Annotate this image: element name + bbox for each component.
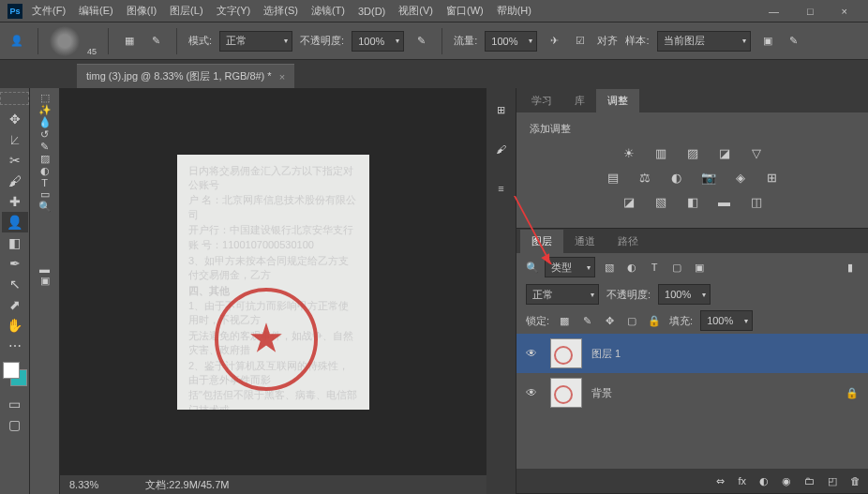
history-brush-tool[interactable]: ↺ — [40, 128, 49, 141]
marquee-tool[interactable]: ⬚ — [40, 92, 50, 104]
fill-dropdown[interactable]: 100% — [700, 310, 753, 331]
zoom-tool[interactable]: 🔍 — [38, 201, 52, 213]
menu-type[interactable]: 文字(Y) — [217, 4, 251, 18]
visibility-icon[interactable]: 👁 — [526, 386, 541, 399]
menu-filter[interactable]: 滤镜(T) — [311, 4, 345, 18]
opacity-dropdown[interactable]: 100% — [352, 31, 404, 52]
brush-preview[interactable] — [50, 26, 80, 56]
pen-tool[interactable]: ✒ — [2, 253, 28, 274]
tab-paths[interactable]: 路径 — [606, 230, 650, 253]
document-tab[interactable]: timg (3).jpg @ 8.33% (图层 1, RGB/8#) * × — [77, 64, 294, 88]
adj-vibrance-icon[interactable]: ▽ — [748, 145, 765, 160]
gradient-tool[interactable]: ▨ — [40, 153, 50, 165]
dock-icon-2[interactable]: 🖌 — [491, 139, 512, 159]
menu-help[interactable]: 帮助(H) — [497, 4, 531, 18]
adj-levels-icon[interactable]: ▥ — [652, 145, 669, 160]
stamp-tool[interactable]: 👤 — [2, 212, 28, 232]
sample-dropdown[interactable]: 当前图层 — [657, 31, 751, 52]
mode-dropdown[interactable]: 正常 — [219, 31, 292, 52]
menu-layer[interactable]: 图层(L) — [170, 4, 202, 18]
lock-position-icon[interactable]: ✥ — [602, 313, 617, 328]
type-tool[interactable]: T — [41, 177, 48, 188]
lasso-tool[interactable]: ⟀ — [2, 129, 28, 150]
ellipsis-tool[interactable]: ⋯ — [2, 336, 28, 356]
tab-adjustments[interactable]: 调整 — [596, 89, 639, 112]
link-layers-icon[interactable]: ⇔ — [716, 475, 725, 487]
adj-exposure-icon[interactable]: ◪ — [716, 145, 733, 160]
dock-icon-1[interactable]: ⊞ — [491, 99, 512, 120]
canvas[interactable]: 日内将交易佣金汇入乙方以下指定对公账号 户 名：北京网库信息技术股份有限公司 开… — [60, 88, 486, 475]
flow-dropdown[interactable]: 100% — [485, 31, 537, 52]
layer-fx-icon[interactable]: fx — [738, 475, 746, 487]
tab-learn[interactable]: 学习 — [520, 89, 563, 112]
brush-panel-icon[interactable]: ▦ — [120, 32, 139, 51]
path-tool[interactable]: ↖ — [2, 274, 28, 294]
tool-preset-icon[interactable]: 👤 — [7, 32, 26, 51]
menu-select[interactable]: 选择(S) — [263, 4, 298, 18]
layer-opacity-dropdown[interactable]: 100% — [658, 284, 711, 305]
adj-invert-icon[interactable]: ◪ — [621, 194, 637, 209]
menu-view[interactable]: 视图(V) — [398, 4, 433, 18]
menu-window[interactable]: 窗口(W) — [446, 4, 484, 18]
blur-tool[interactable]: ◐ — [40, 165, 50, 177]
blend-mode-dropdown[interactable]: 正常 — [526, 284, 599, 305]
layer-thumbnail[interactable] — [550, 338, 582, 368]
screen-mode-2[interactable]: ▣ — [40, 275, 50, 287]
adj-posterize-icon[interactable]: ▧ — [652, 194, 669, 209]
mask-mode-1[interactable]: ▭ — [2, 394, 28, 414]
adj-selective-icon[interactable]: ◫ — [748, 194, 765, 209]
adj-lookup-icon[interactable]: ⊞ — [764, 170, 781, 185]
menu-edit[interactable]: 编辑(E) — [79, 4, 113, 18]
tab-layers[interactable]: 图层 — [520, 230, 563, 253]
window-maximize-icon[interactable]: □ — [807, 6, 814, 17]
window-minimize-icon[interactable]: — — [769, 6, 779, 17]
lock-all-icon[interactable]: 🔒 — [647, 313, 662, 328]
adj-channel-mixer-icon[interactable]: ◈ — [732, 170, 749, 185]
magic-wand-tool[interactable]: ✨ — [38, 104, 52, 116]
add-mask-icon[interactable]: ◐ — [759, 475, 769, 487]
lock-paint-icon[interactable]: ✎ — [579, 313, 594, 328]
filter-smart-icon[interactable]: ▣ — [691, 260, 708, 275]
direct-select-tool[interactable]: ⬈ — [2, 294, 28, 315]
brush-settings-icon[interactable]: ✎ — [146, 32, 165, 51]
ignore-adj-icon[interactable]: ▣ — [758, 32, 777, 51]
adj-threshold-icon[interactable]: ◧ — [684, 194, 701, 209]
lock-transparency-icon[interactable]: ▩ — [557, 313, 572, 328]
adj-curves-icon[interactable]: ▨ — [684, 145, 701, 160]
layer-row[interactable]: 👁 图层 1 — [516, 334, 868, 373]
close-tab-icon[interactable]: × — [279, 71, 285, 82]
new-adjustment-icon[interactable]: ◉ — [782, 475, 791, 487]
adj-photo-filter-icon[interactable]: 📷 — [700, 170, 717, 185]
color-picker[interactable] — [3, 362, 27, 386]
pressure-size-icon[interactable]: ✎ — [785, 32, 803, 51]
mask-mode-2[interactable]: ▬ — [39, 263, 50, 275]
foreground-color[interactable] — [3, 362, 20, 379]
layer-thumbnail[interactable] — [550, 378, 582, 408]
filter-adj-icon[interactable]: ◐ — [623, 260, 640, 275]
layer-row[interactable]: 👁 背景 🔒 — [516, 373, 868, 412]
layer-name[interactable]: 背景 — [591, 386, 612, 400]
dock-icon-3[interactable]: ≡ — [491, 178, 512, 199]
filter-toggle-icon[interactable]: ▮ — [842, 260, 859, 275]
crop-tool[interactable]: ✂ — [2, 150, 28, 171]
layer-name[interactable]: 图层 1 — [591, 347, 621, 361]
new-group-icon[interactable]: 🗀 — [804, 475, 815, 487]
zoom-level[interactable]: 8.33% — [69, 479, 98, 490]
delete-layer-icon[interactable]: 🗑 — [850, 475, 861, 487]
filter-pixel-icon[interactable]: ▧ — [601, 260, 618, 275]
adj-balance-icon[interactable]: ⚖ — [636, 170, 653, 185]
filter-kind-dropdown[interactable]: 类型 — [545, 257, 595, 277]
adj-hue-icon[interactable]: ▤ — [605, 170, 621, 185]
filter-type-icon[interactable]: T — [646, 260, 663, 275]
search-icon[interactable]: 🔍 — [526, 262, 539, 274]
pencil-tool[interactable]: ✎ — [40, 141, 49, 153]
window-close-icon[interactable]: × — [842, 6, 847, 17]
airbrush-icon[interactable]: ✈ — [545, 32, 563, 51]
adj-gradient-map-icon[interactable]: ▬ — [716, 194, 733, 209]
adj-bw-icon[interactable]: ◐ — [668, 170, 685, 185]
hand-tool[interactable]: ✋ — [2, 315, 28, 336]
adj-brightness-icon[interactable]: ☀ — [621, 145, 637, 160]
brush-tool[interactable]: 🖌 — [2, 171, 28, 191]
screen-mode[interactable]: ▢ — [2, 414, 28, 435]
menu-3d[interactable]: 3D(D) — [358, 6, 385, 17]
